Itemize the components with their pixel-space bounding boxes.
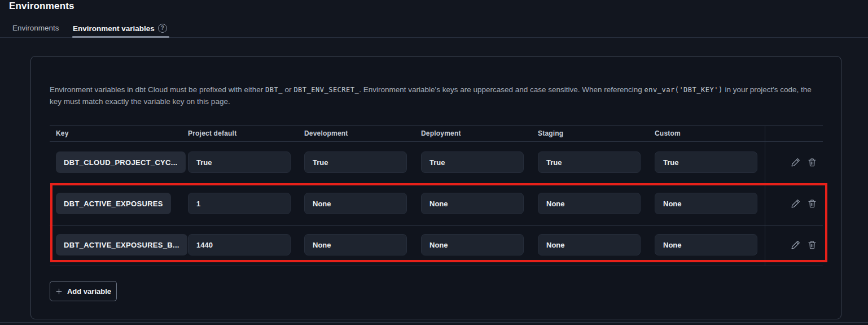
variable-value-deployment[interactable]: None bbox=[421, 234, 524, 255]
edit-variable-button[interactable] bbox=[791, 240, 801, 250]
column-header-development: Development bbox=[304, 129, 348, 137]
description-part: . Environment variable's keys are upperc… bbox=[359, 85, 644, 94]
variable-value-project-default[interactable]: True bbox=[188, 151, 291, 173]
column-header-deployment: Deployment bbox=[421, 129, 461, 137]
variable-value-deployment[interactable]: None bbox=[421, 193, 524, 214]
tab-environment-variables-label: Environment variables bbox=[73, 24, 155, 33]
variable-key: DBT_CLOUD_PROJECT_CYC... bbox=[56, 151, 186, 173]
help-icon[interactable]: ? bbox=[158, 24, 167, 33]
plus-icon bbox=[55, 288, 63, 295]
variable-value-development[interactable]: True bbox=[304, 151, 407, 173]
add-variable-button[interactable]: Add variable bbox=[50, 281, 117, 301]
trash-icon bbox=[807, 240, 817, 250]
column-header-key: Key bbox=[56, 129, 69, 137]
add-variable-label: Add variable bbox=[67, 287, 111, 296]
description-part: or bbox=[283, 85, 294, 94]
delete-variable-button[interactable] bbox=[807, 240, 817, 250]
variable-value-project-default[interactable]: 1440 bbox=[188, 234, 291, 255]
page-bottom-divider bbox=[0, 322, 868, 323]
variable-key: DBT_ACTIVE_EXPOSURES_B... bbox=[56, 234, 187, 255]
row-divider bbox=[50, 184, 823, 184]
variable-value-deployment[interactable]: True bbox=[421, 151, 524, 173]
variable-value-custom[interactable]: None bbox=[655, 234, 757, 255]
table-top-border bbox=[50, 125, 823, 126]
variable-value-custom[interactable]: None bbox=[655, 193, 757, 214]
variable-value-project-default[interactable]: 1 bbox=[188, 193, 291, 214]
pencil-icon bbox=[791, 157, 801, 167]
code-env-var: env_var('DBT_KEY') bbox=[645, 86, 723, 94]
column-header-custom: Custom bbox=[655, 129, 681, 137]
variable-value-development[interactable]: None bbox=[304, 234, 407, 255]
edit-variable-button[interactable] bbox=[791, 198, 801, 209]
trash-icon bbox=[807, 198, 817, 209]
page-title: Environments bbox=[9, 1, 74, 12]
code-dbt-env-secret-prefix: DBT_ENV_SECRET_ bbox=[293, 86, 359, 94]
pencil-icon bbox=[791, 198, 801, 209]
delete-variable-button[interactable] bbox=[807, 157, 817, 167]
variable-key: DBT_ACTIVE_EXPOSURES bbox=[56, 193, 171, 214]
variable-value-development[interactable]: None bbox=[304, 193, 407, 214]
tab-environment-variables[interactable]: Environment variables ? bbox=[73, 24, 167, 33]
edit-variable-button[interactable] bbox=[791, 157, 801, 167]
delete-variable-button[interactable] bbox=[807, 198, 817, 209]
description-text: Environment variables in dbt Cloud must … bbox=[50, 84, 819, 107]
variable-value-staging[interactable]: None bbox=[538, 234, 641, 255]
variable-value-custom[interactable]: True bbox=[655, 151, 757, 173]
column-header-project-default: Project default bbox=[188, 129, 236, 137]
tab-environments[interactable]: Environments bbox=[12, 24, 59, 32]
variable-value-staging[interactable]: True bbox=[538, 151, 641, 173]
code-dbt-prefix: DBT_ bbox=[265, 86, 283, 94]
actions-column-divider bbox=[765, 125, 765, 266]
variable-value-staging[interactable]: None bbox=[538, 193, 641, 214]
row-divider bbox=[50, 225, 823, 226]
tab-environments-label: Environments bbox=[12, 24, 59, 32]
table-bottom-border bbox=[50, 266, 823, 266]
pencil-icon bbox=[791, 240, 801, 250]
table-header-border bbox=[50, 141, 823, 142]
active-tab-underline bbox=[72, 36, 169, 38]
column-header-staging: Staging bbox=[538, 129, 563, 137]
description-part: Environment variables in dbt Cloud must … bbox=[50, 85, 265, 94]
trash-icon bbox=[807, 157, 817, 167]
